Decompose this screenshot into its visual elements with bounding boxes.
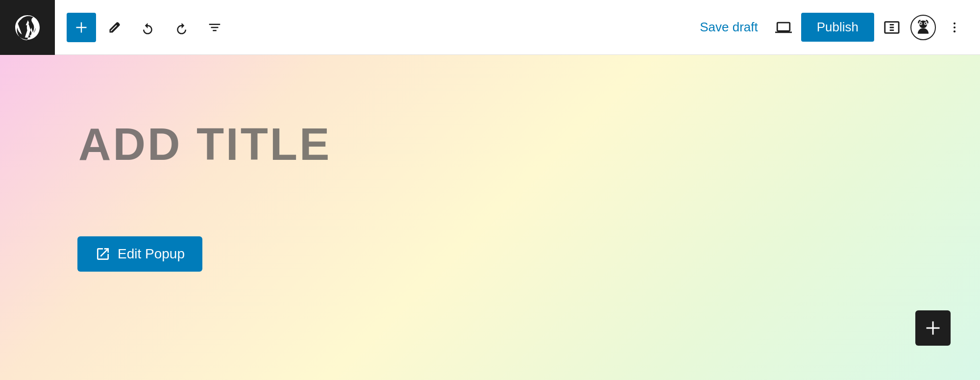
list-view-button[interactable]	[200, 13, 229, 42]
redo-button[interactable]	[167, 13, 196, 42]
preview-button[interactable]	[770, 14, 797, 41]
save-draft-button[interactable]: Save draft	[692, 15, 766, 40]
page-title-placeholder[interactable]: ADD TITLE	[78, 119, 331, 170]
svg-point-7	[954, 26, 956, 28]
user-avatar-button[interactable]	[909, 14, 937, 41]
svg-point-4	[925, 23, 926, 24]
svg-point-6	[954, 22, 956, 24]
edit-popup-button[interactable]: Edit Popup	[77, 236, 202, 272]
tools-button[interactable]	[100, 13, 129, 42]
undo-button[interactable]	[133, 13, 163, 42]
svg-point-5	[922, 25, 925, 26]
canvas-add-block-icon	[924, 319, 942, 337]
editor-toolbar: Save draft Publish	[0, 0, 980, 55]
external-link-icon	[95, 246, 111, 262]
page-title-area: ADD TITLE	[78, 119, 331, 170]
sidebar-toggle-button[interactable]	[878, 14, 906, 41]
add-block-button[interactable]	[67, 13, 96, 42]
more-options-button[interactable]	[941, 14, 968, 41]
svg-point-3	[920, 23, 922, 24]
canvas-add-block-button[interactable]	[915, 310, 951, 346]
publish-button[interactable]: Publish	[801, 13, 874, 42]
editor-canvas[interactable]: ADD TITLE Edit Popup	[0, 55, 980, 380]
user-avatar-icon	[910, 15, 936, 40]
wordpress-logo-icon[interactable]	[0, 0, 55, 55]
edit-popup-label: Edit Popup	[118, 246, 185, 262]
svg-point-8	[954, 30, 956, 32]
